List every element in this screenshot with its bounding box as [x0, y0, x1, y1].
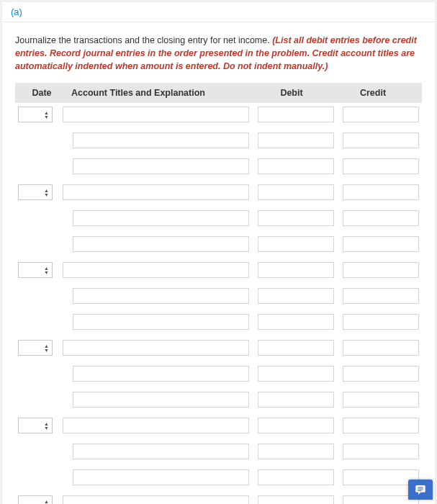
- debit-input[interactable]: [258, 392, 334, 408]
- account-input[interactable]: [73, 288, 249, 304]
- credit-input[interactable]: [343, 132, 419, 148]
- account-input[interactable]: [63, 262, 249, 278]
- credit-input[interactable]: [343, 314, 419, 330]
- credit-input[interactable]: [343, 288, 419, 304]
- credit-input[interactable]: [343, 158, 419, 174]
- debit-input[interactable]: [258, 184, 334, 200]
- journal-row: [18, 235, 419, 253]
- date-select[interactable]: ▲▼: [18, 262, 53, 278]
- table-header-row: Date Account Titles and Explanation Debi…: [15, 83, 422, 103]
- journal-rows: ▲▼▲▼▲▼▲▼▲▼▲▼: [15, 103, 422, 504]
- chevron-up-down-icon: ▲▼: [44, 111, 49, 119]
- journal-row: [18, 132, 419, 149]
- debit-input[interactable]: [258, 210, 334, 226]
- date-select[interactable]: ▲▼: [18, 107, 53, 122]
- account-input[interactable]: [73, 236, 249, 252]
- date-select[interactable]: ▲▼: [18, 495, 53, 504]
- account-input[interactable]: [73, 469, 249, 485]
- journal-row: ▲▼: [18, 106, 419, 123]
- journal-row: [18, 210, 419, 227]
- debit-input[interactable]: [258, 288, 334, 304]
- account-input[interactable]: [73, 444, 249, 459]
- journal-row: [18, 287, 419, 305]
- instructions: Journalize the transactions and the clos…: [15, 34, 422, 73]
- debit-input[interactable]: [258, 236, 334, 252]
- credit-input[interactable]: [343, 366, 419, 382]
- part-label: (a): [11, 6, 22, 17]
- date-select[interactable]: ▲▼: [18, 184, 53, 200]
- debit-input[interactable]: [258, 340, 334, 356]
- journal-row: [18, 443, 419, 460]
- col-header-account: Account Titles and Explanation: [66, 88, 250, 98]
- credit-input[interactable]: [343, 340, 419, 356]
- journal-row: ▲▼: [18, 184, 419, 201]
- credit-input[interactable]: [343, 418, 419, 433]
- journal-row: ▲▼: [18, 261, 419, 279]
- question-panel: (a) Journalize the transactions and the …: [1, 1, 436, 504]
- chevron-up-down-icon: ▲▼: [44, 344, 49, 352]
- date-select[interactable]: ▲▼: [18, 418, 53, 433]
- col-header-credit: Credit: [333, 88, 413, 98]
- account-input[interactable]: [63, 107, 249, 122]
- journal-row: ▲▼: [18, 339, 419, 356]
- content-area: Journalize the transactions and the clos…: [2, 22, 435, 504]
- account-input[interactable]: [63, 184, 249, 200]
- account-input[interactable]: [73, 132, 249, 148]
- credit-input[interactable]: [343, 210, 419, 226]
- credit-input[interactable]: [343, 184, 419, 200]
- col-header-debit: Debit: [250, 88, 333, 98]
- journal-row: ▲▼: [18, 495, 419, 504]
- debit-input[interactable]: [258, 444, 334, 459]
- chevron-up-down-icon: ▲▼: [44, 500, 49, 504]
- col-header-date: Date: [18, 88, 66, 98]
- chevron-up-down-icon: ▲▼: [44, 422, 49, 430]
- part-header: (a): [2, 2, 435, 22]
- credit-input[interactable]: [343, 236, 419, 252]
- account-input[interactable]: [73, 210, 249, 226]
- account-input[interactable]: [73, 366, 249, 382]
- journal-row: [18, 391, 419, 408]
- account-input[interactable]: [63, 340, 249, 356]
- chevron-up-down-icon: ▲▼: [44, 266, 49, 274]
- debit-input[interactable]: [258, 314, 334, 330]
- debit-input[interactable]: [258, 158, 334, 174]
- journal-row: [18, 365, 419, 382]
- debit-input[interactable]: [258, 262, 334, 278]
- debit-input[interactable]: [258, 366, 334, 382]
- journal-row: [18, 313, 419, 330]
- journal-row: [18, 469, 419, 486]
- account-input[interactable]: [63, 495, 249, 504]
- credit-input[interactable]: [343, 392, 419, 408]
- instructions-lead: Journalize the transactions and the clos…: [15, 35, 272, 45]
- credit-input[interactable]: [343, 107, 419, 122]
- debit-input[interactable]: [258, 132, 334, 148]
- account-input[interactable]: [73, 392, 249, 408]
- account-input[interactable]: [73, 158, 249, 174]
- chat-icon: [414, 483, 427, 496]
- date-select[interactable]: ▲▼: [18, 340, 53, 356]
- debit-input[interactable]: [258, 469, 334, 485]
- debit-input[interactable]: [258, 495, 334, 504]
- journal-row: [18, 158, 419, 175]
- account-input[interactable]: [73, 314, 249, 330]
- debit-input[interactable]: [258, 418, 334, 433]
- credit-input[interactable]: [343, 262, 419, 278]
- journal-row: ▲▼: [18, 417, 419, 434]
- debit-input[interactable]: [258, 107, 334, 122]
- credit-input[interactable]: [343, 444, 419, 459]
- chevron-up-down-icon: ▲▼: [44, 189, 49, 197]
- account-input[interactable]: [63, 418, 249, 433]
- chat-button[interactable]: [408, 480, 433, 500]
